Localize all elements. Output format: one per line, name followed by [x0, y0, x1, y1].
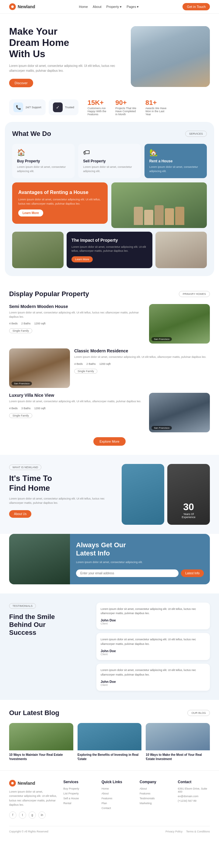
popular-section: Display Popular Property PRIMARY HOMES S… [0, 281, 219, 455]
blog-header: Our Latest Blog OUR BLOG [9, 709, 210, 717]
property-sqft-1: 1200 sqft [34, 322, 45, 325]
footer: Newland Lorem ipsum dolor sit amet, cons… [0, 770, 219, 842]
footer-link-3[interactable]: Features [102, 797, 133, 800]
blog-grid: 10 Ways to Maintain Your Real Estate Inv… [9, 723, 210, 761]
property-thumb-2: San Francisco [9, 348, 70, 388]
footer-service-4[interactable]: Rental [63, 802, 95, 805]
property-info-2: Classic Modern Residence Lorem ipsum dol… [74, 348, 210, 374]
newsletter-image [9, 534, 70, 584]
social-linkedin[interactable]: in [38, 811, 45, 819]
footer-privacy[interactable]: Privacy Policy [165, 830, 183, 833]
explore-btn-wrap: Explore More [9, 437, 210, 446]
brand-logo[interactable]: Newland [9, 3, 35, 10]
blog-post-title-1: 10 Ways to Maintain Your Real Estate Inv… [9, 753, 73, 761]
blog-card-2[interactable]: Exploring the Benefits of Investing in R… [77, 723, 142, 761]
hero-description: Lorem ipsum dolor sit amet, consectetur … [9, 64, 125, 73]
service-rent: 🏡 Rent a House Lorem ipsum dolor sit ame… [145, 144, 207, 178]
impact-desc: Lorem ipsum dolor sit amet, consectetur … [71, 245, 148, 253]
hero-text: Make YourDream HomeWith Us Lorem ipsum d… [9, 26, 125, 87]
testi-card-2: Lorem ipsum dolor sit amet, consectetur … [96, 633, 210, 660]
blog-card-1[interactable]: 10 Ways to Maintain Your Real Estate Inv… [9, 723, 73, 761]
testi-text-2: Lorem ipsum dolor sit amet, consectetur … [101, 637, 206, 646]
property-item-3: Luxury Villa Nice View Lorem ipsum dolor… [9, 393, 210, 432]
newsletter-form: Latest Info [76, 569, 204, 577]
sell-icon: 🏷 [83, 149, 136, 157]
what-we-do-section: What We Do SERVICES 🏠 Buy Property Lorem… [5, 122, 214, 276]
social-twitter[interactable]: t [19, 811, 26, 819]
nav-pages[interactable]: Pages ▾ [127, 5, 139, 9]
footer-phone[interactable]: (+1234) 567 89 [178, 799, 210, 802]
navbar-cta-button[interactable]: Get in Touch [183, 3, 210, 10]
testi-text-1: Lorem ipsum dolor sit amet, consectetur … [101, 607, 206, 616]
property-desc-1: Lorem ipsum dolor sit amet, consectetur … [9, 311, 145, 319]
find-about-button[interactable]: About Us [9, 510, 31, 518]
find-pool-image [122, 464, 164, 525]
footer-company-2[interactable]: Features [139, 792, 171, 795]
sell-title: Sell Property [83, 159, 136, 163]
years-badge: 30 Years OfExperience [182, 501, 195, 519]
property-thumb-1: San Francisco [149, 304, 210, 344]
footer-copyright: Copyright © All Rights Reserved [9, 830, 49, 833]
footer-service-2[interactable]: List Property [63, 792, 95, 795]
footer-terms[interactable]: Terms & Conditions [186, 830, 210, 833]
blog-image-2 [77, 723, 142, 750]
blog-image-1 [9, 723, 73, 750]
stat-customers: 15K+ Customers AreHappy With theFeatures [88, 99, 106, 116]
newsletter-email-input[interactable] [76, 569, 179, 577]
testi-name-3: John Doe [101, 680, 206, 683]
social-facebook[interactable]: f [9, 811, 17, 819]
stat-customers-label: Customers AreHappy With theFeatures [88, 107, 106, 116]
brand-name: Newland [18, 4, 35, 9]
stat-awards-label: Awards We HaveWon in the LastYear [146, 107, 166, 116]
footer-service-3[interactable]: Sell a House [63, 797, 95, 800]
impact-title: The Impact of Property [71, 238, 148, 243]
footer-link-4[interactable]: Plan [102, 802, 133, 805]
property-thumb-3: San Francisco [149, 393, 210, 432]
footer-company-3[interactable]: Testimonials [139, 797, 171, 800]
property-beds-2: 4 Beds [74, 363, 83, 366]
explore-more-button[interactable]: Explore More [93, 437, 125, 446]
property-badge-1: San Francisco [152, 337, 172, 341]
buy-title: Buy Property [17, 159, 70, 163]
property-beds-1: 4 Beds [9, 322, 18, 325]
stat-projects-num: 90+ [115, 99, 136, 107]
footer-top: Newland Lorem ipsum dolor sit amet, cons… [9, 780, 210, 819]
footer-link-2[interactable]: About [102, 792, 133, 795]
footer-company-4[interactable]: Marketing [139, 802, 171, 805]
footer-company-1[interactable]: About [139, 787, 171, 790]
services-grid: 🏠 Buy Property Lorem ipsum dolor sit ame… [12, 144, 207, 178]
footer-brand: Newland Lorem ipsum dolor sit amet, cons… [9, 780, 57, 819]
property-info-3: Luxury Villa Nice View Lorem ipsum dolor… [9, 393, 145, 418]
property-name-1: Semi Modern Wooden House [9, 304, 145, 309]
popular-title: Display Popular Property [9, 290, 89, 298]
newsletter-submit-button[interactable]: Latest Info [181, 569, 204, 577]
footer-link-1[interactable]: Home [102, 787, 133, 790]
advantages-banner: Avantages of Renting a House Lorem ipsum… [12, 182, 108, 224]
blog-post-title-3: 10 Ways to Make the Most of Your Real Es… [146, 753, 210, 761]
property-baths-1: 2 Baths [21, 322, 31, 325]
social-icons: f t g in [9, 811, 57, 819]
footer-address: 6391 Elsom Drive, Suite 400 [178, 787, 210, 793]
blog-card-3[interactable]: 10 Ways to Make the Most of Your Real Es… [146, 723, 210, 761]
nav-about[interactable]: About [93, 5, 102, 8]
property-tag-1: Single Family [9, 328, 32, 333]
nav-home[interactable]: Home [79, 5, 88, 8]
property-list: Semi Modern Wooden House Lorem ipsum dol… [9, 304, 210, 432]
property-sqft-2: 1200 sqft [99, 363, 111, 366]
social-google[interactable]: g [29, 811, 36, 819]
footer-email[interactable]: ex@domain.com [178, 795, 210, 798]
nav-property[interactable]: Property ▾ [106, 5, 122, 9]
hero-section: Make YourDream HomeWith Us Lorem ipsum d… [0, 14, 219, 96]
hero-discover-button[interactable]: Discover [9, 79, 33, 87]
find-title: It's Time ToFind Home [9, 474, 117, 493]
testi-card-1: Lorem ipsum dolor sit amet, consectetur … [96, 602, 210, 630]
adv-learn-more-button[interactable]: Learn More [18, 210, 43, 216]
footer-logo: Newland [9, 780, 57, 786]
popular-badge: PRIMARY HOMES [179, 291, 210, 297]
footer-service-1[interactable]: Buy Property [63, 787, 95, 790]
testi-text-3: Lorem ipsum dolor sit amet, consectetur … [101, 668, 206, 677]
footer-link-5[interactable]: Contact [102, 807, 133, 810]
find-badge: WHAT IS NEWLAND [9, 465, 41, 470]
impact-learn-more-button[interactable]: Learn More [71, 256, 93, 262]
houses-row-image [111, 182, 207, 228]
